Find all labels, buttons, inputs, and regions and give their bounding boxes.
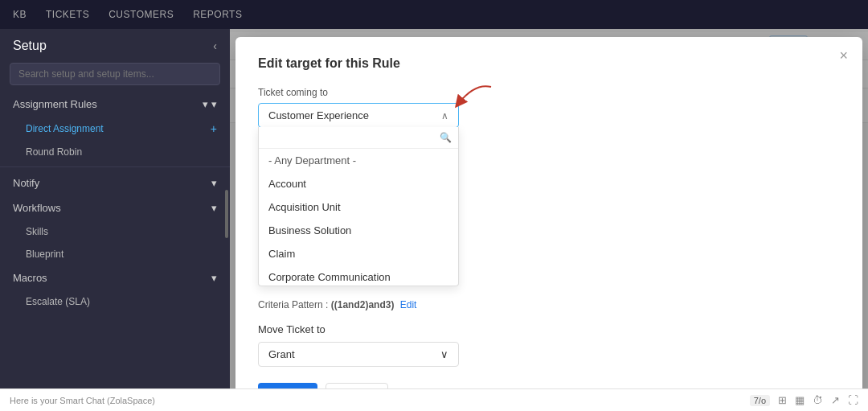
- sidebar-item-notify[interactable]: Notify ▾: [0, 171, 230, 195]
- workflows-label: Workflows: [13, 202, 61, 214]
- modal-title: Edit target for this Rule: [258, 56, 840, 71]
- dropdown-list-container: 🔍 - Any Department - Account Acquisition…: [258, 127, 459, 286]
- clock-icon[interactable]: ⏱: [813, 394, 823, 406]
- sidebar-item-direct-assignment[interactable]: Direct Assignment +: [0, 117, 230, 141]
- dropdown-scroll-area[interactable]: - Any Department - Account Acquisition U…: [259, 149, 458, 286]
- divider-1: [0, 166, 230, 167]
- share-icon[interactable]: ↗: [831, 394, 840, 406]
- assignment-rules-label: Assignment Rules: [13, 98, 97, 110]
- content-area: subject contains ▾ Service Request AND s…: [230, 29, 868, 388]
- dropdown-item-corporate-communication[interactable]: Corporate Communication: [259, 265, 458, 286]
- sidebar-item-escalate-sla[interactable]: Escalate (SLA): [0, 290, 230, 313]
- move-ticket-group: Move Ticket to Grant ∨: [258, 323, 840, 367]
- direct-assignment-row: Direct Assignment +: [26, 122, 217, 135]
- notify-left: Notify: [13, 177, 39, 189]
- bottom-bar-icons: 7/o ⊞ ▦ ⏱ ↗ ⛶: [750, 394, 858, 406]
- dropdown-search-row: 🔍: [259, 127, 458, 149]
- criteria-edit-link[interactable]: Edit: [400, 299, 417, 310]
- nav-tickets[interactable]: TICKETS: [46, 9, 89, 20]
- nav-kb[interactable]: KB: [13, 9, 27, 20]
- sidebar-search-input[interactable]: [10, 63, 220, 85]
- notify-label: Notify: [13, 177, 39, 189]
- dropdown-item-acquisition-unit[interactable]: Acquisition Unit: [259, 195, 458, 219]
- criteria-pattern-value: ((1and2)and3): [331, 299, 395, 310]
- sidebar-item-workflows[interactable]: Workflows ▾: [0, 195, 230, 220]
- sidebar-item-assignment-rules[interactable]: Assignment Rules ▾ ▾: [0, 92, 230, 117]
- bottom-status-bar: Here is your Smart Chat (ZolaSpace) 7/o …: [0, 388, 868, 411]
- dropdown-item-account[interactable]: Account: [259, 172, 458, 195]
- dropdown-item-claim[interactable]: Claim: [259, 242, 458, 265]
- round-robin-label: Round Robin: [26, 146, 82, 158]
- sidebar-title: Setup: [13, 39, 47, 53]
- expand-icon: ▾ ▾: [203, 98, 217, 110]
- main-layout: Setup ‹ Assignment Rules ▾ ▾ Direct Assi…: [0, 29, 868, 388]
- dropdown-chevron-up-icon: ∧: [441, 110, 448, 121]
- macros-label: Macros: [13, 272, 47, 284]
- move-ticket-dropdown[interactable]: Grant ∨: [258, 342, 459, 367]
- sidebar-scrollbar-thumb: [225, 190, 228, 238]
- criteria-pattern-label: Criteria Pattern :: [258, 299, 328, 310]
- top-navigation: KB TICKETS CUSTOMERS REPORTS: [0, 0, 868, 29]
- cancel-button[interactable]: Cancel: [326, 383, 388, 388]
- add-icon[interactable]: +: [211, 122, 217, 135]
- criteria-pattern-row: Criteria Pattern : ((1and2)and3) Edit: [258, 299, 840, 310]
- grid-icon[interactable]: ⊞: [778, 394, 787, 406]
- sidebar-item-round-robin[interactable]: Round Robin: [0, 141, 230, 163]
- smart-chat-text: Here is your Smart Chat (ZolaSpace): [10, 396, 155, 405]
- dropdown-list: 🔍 - Any Department - Account Acquisition…: [258, 127, 459, 286]
- sidebar-header: Setup ‹: [0, 29, 230, 63]
- move-ticket-chevron-down-icon: ∨: [440, 348, 448, 360]
- ticket-coming-to-label: Ticket coming to: [258, 87, 840, 98]
- dropdown-item-any-dept[interactable]: - Any Department -: [259, 149, 458, 172]
- workflows-expand-icon: ▾: [211, 202, 217, 214]
- move-ticket-label: Move Ticket to: [258, 323, 840, 335]
- escalate-sla-label: Escalate (SLA): [26, 296, 90, 307]
- save-button[interactable]: Save: [258, 383, 317, 388]
- nav-customers[interactable]: CUSTOMERS: [108, 9, 174, 20]
- dropdown-search-input[interactable]: [265, 132, 435, 143]
- department-dropdown-trigger[interactable]: Customer Experience ∧: [258, 103, 459, 128]
- sidebar: Setup ‹ Assignment Rules ▾ ▾ Direct Assi…: [0, 29, 230, 388]
- macros-expand-icon: ▾: [211, 272, 217, 284]
- notify-expand-icon: ▾: [211, 177, 217, 189]
- sidebar-item-macros[interactable]: Macros ▾: [0, 265, 230, 290]
- modal-close-button[interactable]: ×: [839, 48, 848, 63]
- dropdown-item-business-solution[interactable]: Business Solution: [259, 219, 458, 242]
- sidebar-item-skills[interactable]: Skills: [0, 220, 230, 243]
- bar-chart-icon[interactable]: ▦: [795, 394, 805, 406]
- macros-left: Macros: [13, 272, 47, 284]
- sidebar-collapse-icon[interactable]: ‹: [213, 39, 217, 52]
- skills-label: Skills: [26, 226, 48, 237]
- page-indicator: 7/o: [750, 395, 770, 406]
- nav-reports[interactable]: REPORTS: [193, 9, 242, 20]
- move-ticket-value: Grant: [268, 348, 295, 360]
- sidebar-item-blueprint[interactable]: Blueprint: [0, 243, 230, 265]
- modal-footer: Save Cancel: [258, 383, 840, 388]
- fullscreen-icon[interactable]: ⛶: [848, 394, 858, 406]
- selected-department-text: Customer Experience: [268, 109, 369, 121]
- modal-overlay: × Edit target for this Rule Ticket comin…: [230, 29, 868, 388]
- edit-target-modal: × Edit target for this Rule Ticket comin…: [235, 37, 862, 388]
- section-left: Assignment Rules: [13, 98, 97, 110]
- workflows-left: Workflows: [13, 202, 61, 214]
- blueprint-label: Blueprint: [26, 249, 63, 260]
- direct-assignment-label: Direct Assignment: [26, 123, 104, 134]
- ticket-coming-to-group: Ticket coming to Customer Experience ∧: [258, 87, 840, 286]
- search-icon: 🔍: [440, 132, 452, 143]
